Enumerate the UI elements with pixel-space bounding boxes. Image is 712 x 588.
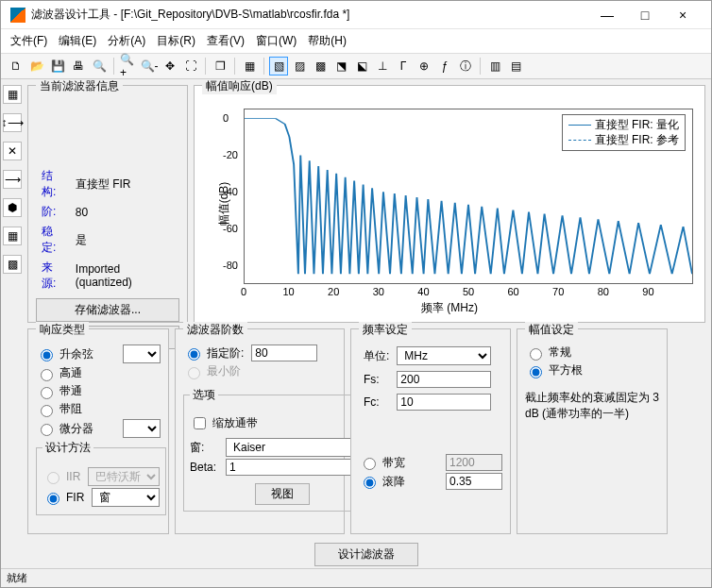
magphase-icon[interactable]: ▩ <box>311 57 330 76</box>
menu-edit[interactable]: 编辑(E) <box>59 33 96 49</box>
matlab-logo-icon <box>10 8 25 23</box>
impulse-icon[interactable]: ⊥ <box>373 57 392 76</box>
side-polezero-icon[interactable]: ✕ <box>3 142 22 160</box>
bp-radio[interactable] <box>41 387 53 399</box>
mag-note: 截止频率处的衰减固定为 3 dB (通带功率的一半) <box>525 390 659 422</box>
group-delay-icon[interactable]: ⬔ <box>331 57 350 76</box>
mag-resp-icon[interactable]: ▧ <box>269 57 288 76</box>
menu-window[interactable]: 窗口(W) <box>256 33 297 49</box>
rcos-radio[interactable] <box>41 349 53 361</box>
print-preview-icon[interactable]: 🔍 <box>90 57 109 76</box>
menu-analyze[interactable]: 分析(A) <box>108 33 145 49</box>
realize-icon[interactable]: ▤ <box>506 57 525 76</box>
full-view-icon[interactable]: ⛶ <box>181 57 200 76</box>
struct-label: 结构: <box>38 167 70 201</box>
filter-order-panel: 滤波器阶数 指定阶: 最小阶 选项 缩放通带 窗:Kaiser Beta: 视图 <box>175 328 345 534</box>
response-type-panel: 响应类型 升余弦 高通 带通 带阻 微分器 设计方法 IIR巴特沃斯 FIR窗 <box>27 328 169 534</box>
info-icon[interactable]: ⓘ <box>456 57 475 76</box>
maximize-button[interactable]: □ <box>626 8 664 23</box>
menu-help[interactable]: 帮助(H) <box>308 33 347 49</box>
rcos-select[interactable] <box>123 344 161 363</box>
bs-radio[interactable] <box>41 405 53 417</box>
plot-legend-title: 幅值响应(dB) <box>202 79 277 94</box>
side-toolbar: ▦ ↕⟶ ✕ ⟶ ⬢ ▦ ▩ <box>3 85 24 274</box>
step-icon[interactable]: Γ <box>394 57 413 76</box>
side-realize-icon[interactable]: ⟶ <box>3 170 22 189</box>
menu-view[interactable]: 查看(V) <box>207 33 245 49</box>
side-quantize-icon[interactable]: ▦ <box>3 227 22 245</box>
stable-label: 稳定: <box>38 223 70 257</box>
freq-spec-panel: 频率设定 单位:MHz Fs: Fc: 带宽 滚降 <box>350 328 511 534</box>
fc-input[interactable] <box>397 394 491 411</box>
spec-order-radio[interactable] <box>188 348 200 361</box>
minimize-button[interactable]: — <box>588 8 626 23</box>
menu-target[interactable]: 目标(R) <box>157 33 195 49</box>
rolloff-radio[interactable] <box>364 477 376 489</box>
close-button[interactable]: × <box>664 8 702 23</box>
plot-canvas[interactable] <box>244 109 693 284</box>
zoom-out-icon[interactable]: 🔍- <box>140 57 159 76</box>
toolbar: 🗋 📂 💾 🖶 🔍 🔍+ 🔍- ✥ ⛶ ❐ ▦ ▧ ▨ ▩ ⬔ ⬕ ⊥ Γ ⊕ … <box>1 54 711 79</box>
source-label: 来源: <box>38 259 70 293</box>
bandwidth-input <box>446 454 502 471</box>
iir-radio <box>47 472 59 484</box>
side-design-icon[interactable]: ▦ <box>3 85 22 104</box>
menubar: 文件(F) 编辑(E) 分析(A) 目标(R) 查看(V) 窗口(W) 帮助(H… <box>1 29 711 54</box>
spectrum-icon[interactable]: ▥ <box>485 57 504 76</box>
side-multirate-icon[interactable]: ▩ <box>3 255 22 274</box>
min-order-radio <box>188 367 200 379</box>
order-value: 80 <box>72 203 178 221</box>
bandwidth-radio[interactable] <box>364 458 376 470</box>
stable-value: 是 <box>72 223 178 257</box>
coeffs-icon[interactable]: ƒ <box>435 57 454 76</box>
mag-spec-panel: 幅值设定 常规 平方根 截止频率处的衰减固定为 3 dB (通带功率的一半) <box>517 328 668 534</box>
side-xform-icon[interactable]: ⬢ <box>3 198 22 217</box>
hp-radio[interactable] <box>41 369 53 381</box>
rolloff-input[interactable] <box>446 473 502 490</box>
magnitude-plot-panel: 幅值响应(dB) 幅值(dB) 频率 (MHz) 直接型 FIR: 量化 直接型… <box>194 85 705 323</box>
panel-legend: 频率设定 <box>359 322 412 338</box>
menu-file[interactable]: 文件(F) <box>10 33 47 49</box>
pan-icon[interactable]: ✥ <box>161 57 179 76</box>
source-value: Imported (quantized) <box>72 259 178 293</box>
design-filter-button[interactable]: 设计滤波器 <box>314 543 418 566</box>
panel-legend: 当前滤波器信息 <box>36 79 123 94</box>
unit-select[interactable]: MHz <box>397 346 491 365</box>
open-icon[interactable]: 📂 <box>27 57 46 76</box>
titlebar: 滤波器设计工具 - [F:\Git_Repository\DVB-S\matla… <box>1 1 711 29</box>
view-window-button[interactable]: 视图 <box>255 483 310 505</box>
diff-radio[interactable] <box>41 424 53 436</box>
order-label: 阶: <box>38 203 70 221</box>
statusbar: 就绪 <box>1 568 711 587</box>
content-area: ▦ ↕⟶ ✕ ⟶ ⬢ ▦ ▩ 当前滤波器信息 结构:直接型 FIR 阶:80 稳… <box>1 79 711 568</box>
window-icon[interactable]: ❐ <box>211 57 229 76</box>
struct-value: 直接型 FIR <box>72 167 178 201</box>
window-title: 滤波器设计工具 - [F:\Git_Repository\DVB-S\matla… <box>31 7 588 23</box>
zoom-in-icon[interactable]: 🔍+ <box>119 57 138 76</box>
fs-input[interactable] <box>397 371 491 388</box>
plot-xlabel: 频率 (MHz) <box>421 300 478 316</box>
panel-legend: 响应类型 <box>36 322 89 338</box>
iir-select: 巴特沃斯 <box>88 467 160 486</box>
store-filter-button[interactable]: 存储滤波器... <box>36 298 179 322</box>
side-import-icon[interactable]: ↕⟶ <box>3 113 22 132</box>
fir-radio[interactable] <box>47 493 59 505</box>
current-filter-panel: 当前滤波器信息 结构:直接型 FIR 阶:80 稳定:是 来源:Imported… <box>27 85 188 323</box>
panel-legend: 幅值设定 <box>525 322 578 338</box>
sqrt-radio[interactable] <box>530 366 542 378</box>
filter-spec-icon[interactable]: ▦ <box>240 57 259 76</box>
scale-passband-check[interactable] <box>194 417 206 429</box>
panel-legend: 滤波器阶数 <box>183 322 247 338</box>
app-window: 滤波器设计工具 - [F:\Git_Repository\DVB-S\matla… <box>0 0 712 588</box>
diff-select[interactable] <box>123 419 161 438</box>
phase-resp-icon[interactable]: ▨ <box>290 57 309 76</box>
normal-radio[interactable] <box>530 348 542 361</box>
save-icon[interactable]: 💾 <box>48 57 67 76</box>
phase-delay-icon[interactable]: ⬕ <box>352 57 371 76</box>
new-icon[interactable]: 🗋 <box>7 57 25 76</box>
fir-select[interactable]: 窗 <box>92 488 160 507</box>
spec-order-input[interactable] <box>251 344 317 361</box>
print-icon[interactable]: 🖶 <box>69 57 88 76</box>
polezero-icon[interactable]: ⊕ <box>415 57 433 76</box>
